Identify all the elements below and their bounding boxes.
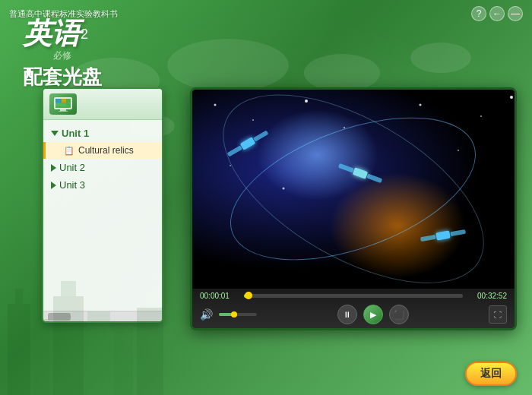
pause-button[interactable]: ⏸ bbox=[337, 305, 357, 324]
svg-rect-26 bbox=[34, 319, 49, 395]
triangle-right-icon2 bbox=[51, 182, 56, 189]
svg-rect-12 bbox=[60, 109, 66, 111]
video-player: 00:00:01 00:32:52 🔊 ⏸ ▶ bbox=[190, 87, 517, 330]
svg-rect-13 bbox=[59, 111, 68, 112]
svg-point-3 bbox=[410, 43, 471, 73]
progress-row: 00:00:01 00:32:52 bbox=[200, 292, 507, 300]
svg-rect-11 bbox=[55, 103, 66, 106]
svg-point-2 bbox=[304, 54, 380, 92]
panel-icon-bar bbox=[43, 89, 162, 120]
unit2-item[interactable]: Unit 2 bbox=[43, 159, 162, 176]
subtitle-bx: 必修 bbox=[23, 49, 102, 62]
title-number: 2 bbox=[81, 27, 88, 42]
svg-point-18 bbox=[420, 104, 422, 106]
pause-icon: ⏸ bbox=[343, 310, 351, 319]
video-controls: 00:00:01 00:32:52 🔊 ⏸ ▶ bbox=[192, 289, 515, 330]
triangle-down-icon bbox=[51, 131, 59, 136]
current-time: 00:00:01 bbox=[200, 292, 239, 300]
stop-icon: ⬛ bbox=[394, 310, 404, 320]
fullscreen-icon: ⛶ bbox=[494, 311, 502, 319]
svg-rect-9 bbox=[55, 99, 61, 103]
controls-row: 🔊 ⏸ ▶ ⬛ ⛶ bbox=[200, 305, 507, 324]
svg-rect-10 bbox=[62, 99, 66, 103]
minimize-button[interactable]: — bbox=[508, 6, 523, 21]
play-icon: ▶ bbox=[370, 310, 376, 320]
fullscreen-button[interactable]: ⛶ bbox=[489, 305, 507, 324]
top-icon-group: ? ← — bbox=[471, 6, 523, 21]
stop-button[interactable]: ⬛ bbox=[389, 305, 409, 324]
total-time: 00:32:52 bbox=[467, 292, 507, 300]
panel-list: Unit 1 📋 Cultural relics Unit 2 Unit 3 bbox=[43, 120, 162, 198]
bottom-bar: 返回 bbox=[465, 362, 517, 386]
svg-rect-29 bbox=[87, 311, 110, 395]
book-icon: 📋 bbox=[64, 146, 74, 156]
unit3-label: Unit 3 bbox=[59, 179, 85, 191]
svg-rect-24 bbox=[8, 304, 30, 395]
header-area: 英语2 必修 配套光盘 bbox=[23, 19, 102, 90]
unit1-item[interactable]: Unit 1 bbox=[43, 125, 162, 142]
scrollbar-thumb bbox=[48, 313, 71, 321]
progress-bar[interactable] bbox=[244, 294, 463, 298]
svg-rect-25 bbox=[15, 289, 23, 304]
left-panel: Unit 1 📋 Cultural relics Unit 2 Unit 3 bbox=[42, 87, 163, 323]
volume-bar[interactable] bbox=[219, 313, 257, 316]
volume-dot bbox=[231, 311, 237, 318]
title-english-row: 英语2 bbox=[23, 19, 102, 48]
back-button[interactable]: ← bbox=[489, 6, 505, 21]
cultural-relics-item[interactable]: 📋 Cultural relics bbox=[43, 142, 162, 159]
help-button[interactable]: ? bbox=[471, 6, 486, 21]
unit2-label: Unit 2 bbox=[59, 162, 85, 173]
panel-scrollbar[interactable] bbox=[43, 311, 162, 321]
svg-point-14 bbox=[214, 104, 217, 106]
orbit-line2 bbox=[193, 90, 514, 289]
triangle-right-icon bbox=[51, 164, 56, 172]
video-space-scene bbox=[192, 90, 515, 289]
video-screen bbox=[192, 90, 515, 289]
title-english: 英语 bbox=[23, 17, 81, 49]
svg-point-1 bbox=[167, 39, 289, 92]
title-cd: 配套光盘 bbox=[23, 64, 102, 90]
progress-dot bbox=[245, 292, 252, 299]
return-button[interactable]: 返回 bbox=[465, 362, 517, 386]
cultural-relics-label: Cultural relics bbox=[78, 145, 134, 156]
volume-icon[interactable]: 🔊 bbox=[200, 308, 213, 321]
svg-rect-30 bbox=[114, 327, 133, 395]
svg-point-20 bbox=[510, 96, 513, 99]
svg-point-19 bbox=[480, 115, 482, 117]
panel-icon bbox=[49, 93, 77, 115]
unit1-label: Unit 1 bbox=[62, 128, 89, 139]
play-button[interactable]: ▶ bbox=[363, 305, 383, 324]
unit3-item[interactable]: Unit 3 bbox=[43, 176, 162, 194]
